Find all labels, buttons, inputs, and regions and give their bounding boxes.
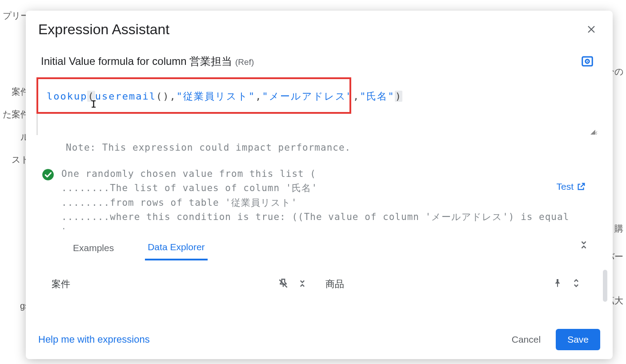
helper-tabs: Examples Data Explorer [26, 238, 613, 260]
unfold-more-icon [572, 278, 581, 288]
tab-examples[interactable]: Examples [70, 239, 116, 260]
table-name: 案件 [52, 278, 70, 290]
unfold-less-icon [579, 239, 589, 251]
performance-note: Note: This expression could impact perfo… [42, 140, 586, 155]
preview-toggle-button[interactable] [581, 55, 594, 68]
pin-off-button[interactable] [277, 278, 289, 289]
tab-data-explorer[interactable]: Data Explorer [145, 238, 207, 260]
modal-title: Expression Assistant [38, 21, 169, 38]
unfold-less-icon [298, 278, 307, 289]
data-explorer-table-1[interactable]: 案件 [45, 273, 319, 319]
text-cursor-icon: I [91, 99, 96, 110]
validation-panel: Note: This expression could impact perfo… [42, 140, 586, 229]
expression-editor-wrap: lookup(useremail(),"従業員リスト","メールアドレス","氏… [36, 77, 598, 135]
help-link[interactable]: Help me with expressions [38, 334, 150, 345]
open-in-new-icon [576, 182, 586, 192]
collapse-tabs-button[interactable] [579, 239, 589, 251]
data-explorer-panel: 案件 商品 [26, 260, 613, 324]
table-name: 商品 [325, 278, 344, 290]
close-icon [586, 24, 597, 35]
formula-context-label: Initial Value formula for column 営業担当 (R… [41, 54, 254, 68]
expression-assistant-modal: Expression Assistant Initial Value formu… [26, 11, 613, 359]
close-button[interactable] [582, 20, 600, 38]
data-explorer-table-2[interactable]: 商品 [319, 273, 593, 319]
pin-off-icon [277, 278, 289, 289]
pin-button[interactable] [552, 278, 563, 288]
check-circle-icon [42, 168, 54, 181]
expression-input[interactable]: lookup(useremail(),"従業員リスト","メールアドレス","氏… [36, 77, 598, 135]
expand-button[interactable] [572, 278, 581, 288]
save-button[interactable]: Save [556, 329, 600, 350]
test-button[interactable]: Test [556, 180, 586, 194]
pin-icon [552, 278, 563, 288]
svg-point-2 [587, 61, 588, 62]
modal-subheader: Initial Value formula for column 営業担当 (R… [26, 42, 613, 70]
visibility-icon [581, 55, 594, 68]
modal-header: Expression Assistant [26, 11, 613, 42]
svg-point-3 [42, 169, 54, 180]
cancel-button[interactable]: Cancel [507, 331, 545, 348]
validation-description: One randomly chosen value from this list… [61, 167, 586, 229]
modal-footer: Help me with expressions Cancel Save [26, 324, 613, 359]
scrollbar[interactable] [603, 270, 607, 302]
expand-button[interactable] [298, 278, 307, 289]
